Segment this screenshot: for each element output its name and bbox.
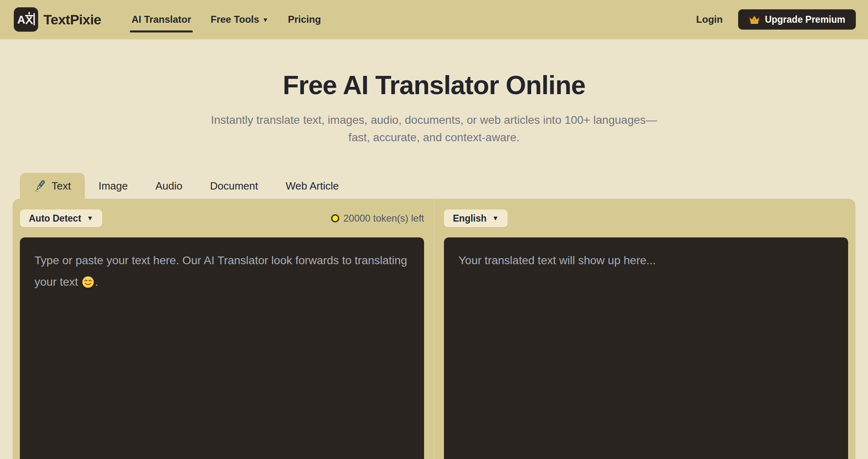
nav-link-free-tools[interactable]: Free Tools▼: [211, 10, 268, 29]
tab-audio[interactable]: Audio: [142, 173, 196, 199]
navbar: A TextPixie AI Translator Free Tools▼ Pr…: [0, 0, 868, 39]
source-textbox: Type or paste your text here. Our AI Tra…: [20, 237, 424, 459]
hero-section: Free AI Translator Online Instantly tran…: [0, 70, 868, 146]
chevron-down-icon: ▼: [263, 16, 269, 23]
chevron-down-icon: ▼: [492, 215, 499, 222]
source-column: Auto Detect ▼ 20000 token(s) left Type o…: [13, 199, 434, 459]
translator-panel: Auto Detect ▼ 20000 token(s) left Type o…: [13, 199, 855, 459]
tab-image[interactable]: Image: [85, 173, 142, 199]
tab-document[interactable]: Document: [196, 173, 272, 199]
main-nav: AI Translator Free Tools▼ Pricing: [131, 10, 321, 29]
translate-logo-icon[interactable]: A: [14, 7, 38, 32]
source-text-input[interactable]: [20, 237, 424, 459]
page-title: Free AI Translator Online: [0, 70, 868, 100]
upgrade-premium-button[interactable]: Upgrade Premium: [738, 9, 856, 30]
target-column: English ▼ Your translated text will show…: [434, 199, 855, 459]
chevron-down-icon: ▼: [87, 215, 93, 222]
fountain-pen-icon: [34, 179, 46, 193]
translate-icon: A: [17, 10, 35, 29]
crown-icon: [749, 15, 760, 24]
target-text-output[interactable]: [444, 237, 848, 459]
token-counter: 20000 token(s) left: [331, 213, 424, 224]
upgrade-premium-label: Upgrade Premium: [765, 14, 845, 25]
yellow-circle-icon: [331, 214, 339, 222]
tokens-left-label: 20000 token(s) left: [343, 213, 424, 224]
tab-text[interactable]: Text: [20, 173, 85, 199]
target-textbox: Your translated text will show up here..…: [444, 237, 848, 459]
source-language-selector[interactable]: Auto Detect ▼: [20, 209, 102, 227]
svg-text:A: A: [17, 13, 25, 26]
nav-link-pricing[interactable]: Pricing: [288, 10, 321, 29]
tab-web-article[interactable]: Web Article: [272, 173, 353, 199]
target-language-selector[interactable]: English ▼: [444, 209, 508, 227]
nav-link-ai-translator[interactable]: AI Translator: [131, 10, 191, 29]
mode-tabs: Text Image Audio Document Web Article: [20, 173, 868, 199]
page-subtitle: Instantly translate text, images, audio,…: [210, 112, 658, 146]
tab-text-label: Text: [52, 180, 71, 192]
source-language-label: Auto Detect: [29, 213, 81, 224]
brand-name[interactable]: TextPixie: [43, 12, 101, 28]
target-language-label: English: [453, 213, 487, 224]
login-link[interactable]: Login: [696, 14, 723, 25]
